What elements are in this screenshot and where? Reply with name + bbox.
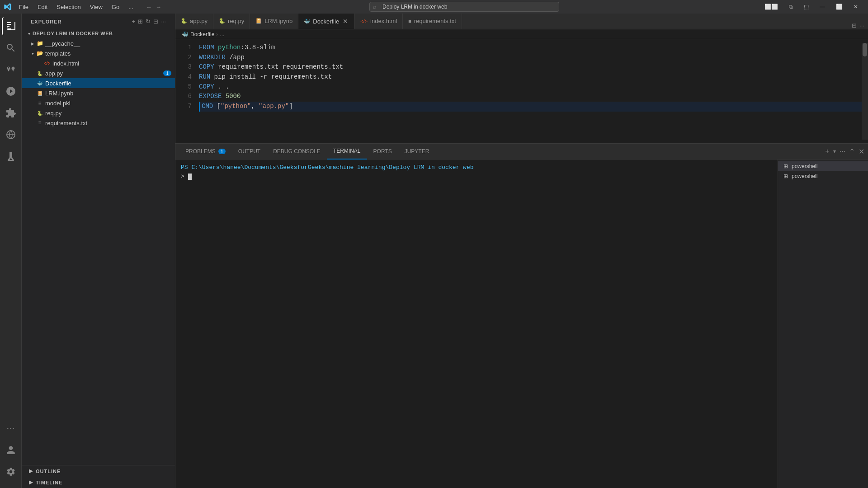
tab-index-html[interactable]: </> index.html: [355, 14, 403, 29]
panel-more-icon[interactable]: ···: [840, 147, 845, 155]
panel-close-icon[interactable]: ✕: [859, 147, 864, 156]
timeline-section[interactable]: ▶ TIMELINE: [22, 477, 175, 488]
templates-name: templates: [45, 50, 175, 57]
layout-panel-icon[interactable]: ⬚: [801, 4, 811, 10]
html-file-icon: </>: [43, 60, 51, 67]
run-keyword: RUN: [199, 72, 214, 82]
root-folder-name: DEPLOY LRM IN DOCKER WEB: [33, 31, 113, 36]
breadcrumb-file[interactable]: Dockerfile: [190, 31, 214, 38]
file-tree: ▾ DEPLOY LRM IN DOCKER WEB ▶ 📁 __pycache…: [22, 28, 175, 465]
new-folder-icon[interactable]: ⊞: [138, 18, 143, 25]
sidebar-item-index-html[interactable]: </> index.html: [22, 58, 175, 68]
sidebar-item-app-py[interactable]: 🐍 app.py 1: [22, 68, 175, 78]
cmd-bracket-close: ]: [289, 102, 292, 112]
cmd-bracket-open: [: [217, 102, 221, 112]
sidebar-bottom: ▶ OUTLINE ▶ TIMELINE: [22, 465, 175, 488]
terminal-instance-2[interactable]: ⊞ powershell: [778, 171, 868, 181]
text-file-icon: ≡: [36, 119, 43, 127]
sidebar-item-lrm-ipynb[interactable]: 📔 LRM.ipynb: [22, 88, 175, 98]
add-terminal-icon[interactable]: +: [825, 147, 829, 155]
editor-scrollbar[interactable]: [862, 43, 868, 140]
minimize-button[interactable]: —: [817, 4, 828, 10]
menu-file[interactable]: File: [15, 3, 32, 11]
sidebar-item-requirements[interactable]: ≡ requirements.txt: [22, 118, 175, 128]
explorer-activity-icon[interactable]: [2, 17, 20, 35]
menu-more[interactable]: ...: [125, 3, 137, 11]
sidebar-item-pycache[interactable]: ▶ 📁 __pycache__: [22, 38, 175, 48]
tab-req-py[interactable]: 🐍 req.py: [213, 14, 250, 29]
python-keyword: python: [218, 43, 241, 53]
copy-keyword-2: COPY: [199, 82, 218, 92]
collapse-icon[interactable]: ⊟: [153, 18, 158, 25]
pycache-chevron-icon: ▶: [29, 40, 36, 47]
tab-bar-more-icon[interactable]: ···: [859, 22, 864, 29]
sidebar-item-model-pkl[interactable]: ≡ model.pkl: [22, 98, 175, 108]
python-file-icon: 🐍: [36, 70, 43, 77]
layout-icon[interactable]: ⬜⬜: [762, 4, 781, 10]
source-control-activity-icon[interactable]: [2, 61, 20, 79]
sidebar-item-templates[interactable]: ▾ 📂 templates: [22, 48, 175, 58]
nav-forward-icon[interactable]: →: [156, 4, 161, 10]
sidebar-item-req-py[interactable]: 🐍 req.py: [22, 108, 175, 118]
more-activity-icon[interactable]: ···: [2, 419, 20, 437]
search-input[interactable]: [369, 2, 559, 12]
code-line-2: WORKDIR /app: [199, 53, 862, 63]
new-file-icon[interactable]: +: [132, 18, 136, 25]
extensions-activity-icon[interactable]: [2, 104, 20, 122]
sidebar-menu-icon[interactable]: ···: [161, 18, 166, 25]
ports-label: PORTS: [373, 148, 392, 155]
tab-req-py-label: req.py: [228, 18, 244, 24]
output-tab[interactable]: OUTPUT: [232, 144, 267, 160]
account-activity-icon[interactable]: [2, 441, 20, 459]
panel-area: PROBLEMS 1 OUTPUT DEBUG CONSOLE TERMINAL…: [175, 143, 868, 488]
editor-scrollbar-thumb[interactable]: [863, 43, 867, 56]
tab-lrm-ipynb-label: LRM.ipynb: [264, 18, 292, 24]
tab-dockerfile-label: Dockerfile: [313, 18, 339, 25]
problems-tab[interactable]: PROBLEMS 1: [179, 144, 232, 160]
requirements-chevron: [29, 119, 36, 127]
terminal-instance-1[interactable]: ⊞ powershell: [778, 161, 868, 171]
code-line-5: COPY . .: [199, 82, 862, 92]
nav-back-icon[interactable]: ←: [146, 4, 152, 10]
model-pkl-name: model.pkl: [45, 100, 175, 107]
flask-activity-icon[interactable]: [2, 147, 20, 165]
debug-console-tab[interactable]: DEBUG CONSOLE: [267, 144, 327, 160]
run-debug-activity-icon[interactable]: [2, 82, 20, 100]
root-folder[interactable]: ▾ DEPLOY LRM IN DOCKER WEB: [22, 28, 175, 38]
tab-dockerfile-close[interactable]: ✕: [342, 18, 349, 25]
panel-maximize-icon[interactable]: ⌃: [849, 147, 855, 156]
code-content[interactable]: FROM python:3.8-slim WORKDIR /app COPY r…: [197, 43, 862, 140]
tab-lrm-ipynb[interactable]: 📔 LRM.ipynb: [250, 14, 298, 29]
refresh-icon[interactable]: ↻: [146, 18, 151, 25]
maximize-button[interactable]: ⬜: [833, 4, 845, 10]
app-py-badge: 1: [163, 70, 171, 76]
ports-tab[interactable]: PORTS: [367, 144, 398, 160]
jupyter-tab[interactable]: JUPYTER: [398, 144, 436, 160]
outline-section[interactable]: ▶ OUTLINE: [22, 465, 175, 477]
python-version: :3.8-slim: [241, 43, 275, 53]
dockerfile-name: Dockerfile: [45, 80, 175, 87]
req-py-name: req.py: [45, 110, 175, 117]
tab-dockerfile[interactable]: 🐳 Dockerfile ✕: [298, 14, 355, 29]
problems-label: PROBLEMS: [185, 148, 216, 155]
search-activity-icon[interactable]: [2, 39, 20, 57]
split-editor-icon[interactable]: ⊟: [852, 22, 857, 29]
menu-selection[interactable]: Selection: [53, 3, 84, 11]
terminal-dropdown-icon[interactable]: ▾: [833, 148, 836, 155]
terminal-area: PS C:\Users\hanee\Documents\GeeksforGeek…: [175, 160, 868, 488]
terminal-prompt: >: [181, 173, 188, 180]
menu-view[interactable]: View: [86, 3, 106, 11]
split-icon[interactable]: ⧉: [786, 4, 796, 10]
terminal-tab[interactable]: TERMINAL: [327, 144, 367, 160]
settings-activity-icon[interactable]: [2, 463, 20, 481]
terminal-content[interactable]: PS C:\Users\hanee\Documents\GeeksforGeek…: [175, 160, 778, 488]
menu-bar: File Edit Selection View Go ...: [15, 3, 137, 11]
sidebar-title: EXPLORER: [31, 19, 62, 24]
remote-explorer-activity-icon[interactable]: [2, 126, 20, 144]
menu-edit[interactable]: Edit: [34, 3, 51, 11]
menu-go[interactable]: Go: [108, 3, 123, 11]
tab-app-py[interactable]: 🐍 app.py: [175, 14, 213, 29]
sidebar-item-dockerfile[interactable]: 🐳 Dockerfile: [22, 78, 175, 88]
close-button[interactable]: ✕: [851, 4, 861, 10]
tab-requirements[interactable]: ≡ requirements.txt: [403, 14, 462, 29]
